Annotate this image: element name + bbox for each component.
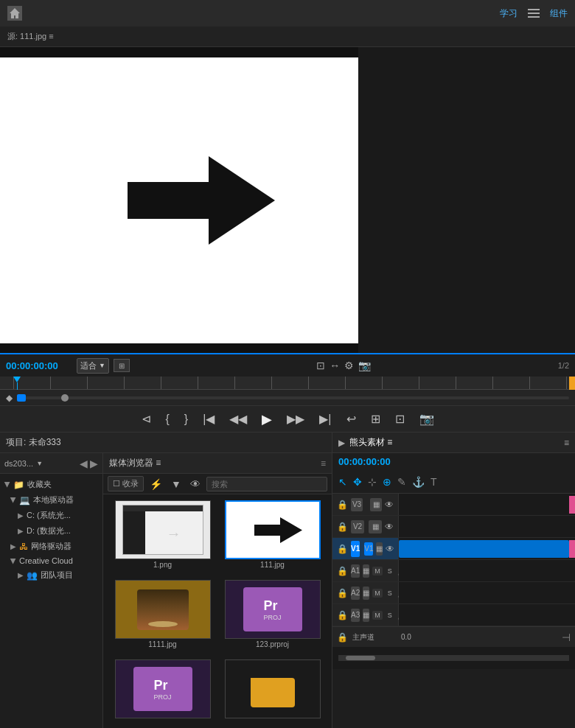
settings-icon[interactable]: ⚙ [343, 358, 355, 373]
v3-track-btn[interactable]: V3 [351, 498, 363, 511]
media-item-premiere2[interactable]: Pr PROJ [109, 659, 216, 728]
output-icon[interactable]: ⊡ [391, 410, 409, 427]
a2-mute[interactable]: M [372, 589, 383, 598]
chevron-icon-d: ▶ [18, 527, 24, 535]
v3-visibility[interactable]: 👁 [385, 500, 394, 510]
media-thumb-111jpg [225, 500, 321, 559]
media-item-folder[interactable] [219, 659, 326, 728]
panel-header: 项目: 未命333 [0, 433, 332, 453]
tree-item-favorites[interactable]: ▶ 📁 收藏夹 [0, 477, 102, 492]
v1-visibility[interactable]: 👁 [386, 544, 394, 554]
a2-track-btn[interactable]: A2 [351, 587, 360, 600]
media-thumb-1png: → [115, 500, 211, 559]
v3-lock-icon[interactable]: 🔒 [337, 500, 348, 510]
a2-lock-icon[interactable]: 🔒 [337, 588, 348, 598]
a3-mute[interactable]: M [372, 611, 383, 620]
home-icon[interactable] [7, 6, 22, 21]
a3-track-btn[interactable]: A3 [351, 609, 360, 622]
a2-clip-btn[interactable]: ▦ [363, 587, 369, 600]
in-point-marker[interactable]: ◆ [6, 393, 13, 403]
media-item-111jpg[interactable]: 111.jpg [219, 500, 326, 577]
safe-margin-icon[interactable]: ⊡ [315, 358, 327, 373]
a3-lock-icon[interactable]: 🔒 [337, 610, 348, 620]
a3-solo[interactable]: S [386, 611, 394, 620]
anchor-tool[interactable]: ⊹ [368, 476, 377, 488]
a1-lock-icon[interactable]: 🔒 [337, 566, 348, 576]
type-tool[interactable]: T [431, 476, 437, 488]
fast-forward-icon[interactable]: ▶▶ [282, 410, 309, 427]
tool-wand[interactable]: ⚡ [147, 477, 165, 491]
end-marker [569, 377, 575, 390]
playhead[interactable] [13, 377, 21, 390]
a2-solo[interactable]: S [386, 589, 394, 598]
v2-lock-icon[interactable]: 🔒 [337, 522, 348, 532]
chevron-icon-c: ▶ [18, 511, 24, 519]
chevron-icon-net: ▶ [10, 542, 16, 550]
tree-label-network: 网络驱动器 [31, 541, 72, 552]
media-menu-icon[interactable]: ≡ [321, 458, 326, 469]
pen-tool[interactable]: ⚓ [412, 476, 425, 488]
tree-item-drive-d[interactable]: ▶ D: (数据光... [0, 523, 102, 539]
media-item-123prproj[interactable]: Pr PROJ 123.prproj [219, 580, 326, 657]
learn-link[interactable]: 学习 [500, 7, 518, 20]
move-tool[interactable]: ✥ [353, 476, 362, 488]
zoom-out-icon[interactable]: ↔ [328, 358, 341, 373]
master-end-icon[interactable]: ⊣ [562, 631, 571, 643]
a1-mute[interactable]: M [372, 567, 383, 575]
safe-zones-icon[interactable]: ⊞ [366, 410, 385, 427]
step-back-in-icon[interactable]: |◀ [198, 410, 219, 427]
tree-item-drive-c[interactable]: ▶ C: (系统光... [0, 508, 102, 523]
tree-item-network[interactable]: ▶ 🖧 网络驱动器 [0, 539, 102, 554]
camera-icon[interactable]: 📷 [357, 358, 372, 373]
fit-dropdown[interactable]: 适合 ▼ [77, 358, 109, 374]
a1-solo[interactable]: S [386, 567, 394, 575]
tool-filter[interactable]: ▼ [168, 477, 184, 491]
master-lock-icon[interactable]: 🔒 [337, 632, 348, 643]
collect-button[interactable]: ☐ 收录 [108, 476, 144, 491]
export-frame-icon[interactable]: 📷 [415, 410, 439, 427]
timeline-scrubber[interactable] [17, 396, 569, 399]
v1-lock-icon[interactable]: 🔒 [337, 544, 348, 554]
panel-expand-icon[interactable]: ▶ [338, 438, 345, 448]
tree-item-cc[interactable]: ▶ Creative Cloud [0, 554, 102, 567]
search-input[interactable] [206, 477, 327, 491]
workspace-label[interactable]: 组件 [550, 7, 568, 20]
scrubber-head[interactable] [17, 394, 26, 402]
media-item-1png[interactable]: → 1.png [109, 500, 216, 577]
project-dropdown[interactable]: ds203... ▼ [4, 459, 43, 468]
display-mode-btn[interactable]: ⊞ [114, 359, 130, 372]
zoom-tool[interactable]: ⊕ [383, 476, 391, 488]
media-header: 媒体浏览器 ≡ ≡ [103, 453, 332, 474]
v1-active-btn[interactable]: V1 [351, 541, 360, 557]
a1-track-btn[interactable]: A1 [351, 564, 360, 578]
rewind-icon[interactable]: ◀◀ [225, 410, 251, 427]
v3-clip-btn[interactable]: ▦ [370, 498, 382, 511]
svg-marker-1 [254, 517, 302, 543]
nav-back[interactable]: ◀ [80, 458, 88, 469]
v2-track-btn[interactable]: V2 [351, 520, 364, 533]
v1-clip-btn[interactable]: ▦ [376, 542, 383, 556]
in-out-icon[interactable]: ⊲ [137, 410, 156, 427]
tool-view[interactable]: 👁 [187, 477, 203, 491]
workspace-menu[interactable] [528, 9, 540, 18]
play-button[interactable]: ▶ [257, 410, 276, 429]
a1-clip-btn[interactable]: ▦ [363, 564, 369, 578]
timeline-scrollbar[interactable] [338, 655, 569, 661]
media-item-1111jpg[interactable]: 1111.jpg [109, 580, 216, 657]
mark-out-icon[interactable]: } [180, 411, 192, 427]
edit-tool[interactable]: ✎ [397, 476, 406, 488]
bear-panel-menu[interactable]: ≡ [564, 438, 569, 448]
v1-source-btn[interactable]: V1 [364, 542, 373, 556]
tree-item-team[interactable]: ▶ 👥 团队项目 [0, 567, 102, 583]
v2-visibility[interactable]: 👁 [385, 522, 394, 532]
a3-clip-btn[interactable]: ▦ [363, 609, 369, 622]
nav-forward[interactable]: ▶ [90, 458, 98, 469]
loop-icon[interactable]: ↩ [342, 410, 360, 427]
select-tool[interactable]: ↖ [338, 476, 347, 488]
tree-item-local-drives[interactable]: ▶ 💻 本地驱动器 [0, 492, 102, 508]
mark-in-icon[interactable]: { [161, 411, 174, 427]
v2-clip-btn[interactable]: ▦ [369, 520, 382, 533]
step-forward-out-icon[interactable]: ▶| [315, 410, 335, 427]
track-v2: 🔒 V2 ▦ 👁 [332, 516, 575, 538]
media-grid: → 1.png [103, 494, 332, 728]
